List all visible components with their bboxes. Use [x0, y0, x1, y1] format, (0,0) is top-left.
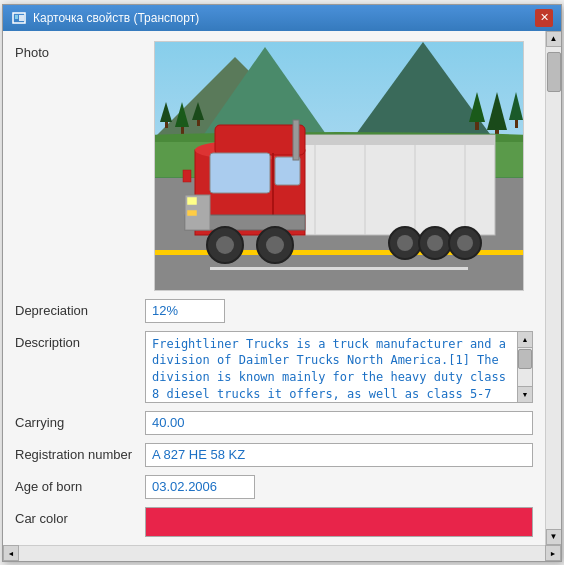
color-label: Car color [15, 507, 145, 526]
scroll-up-arrow[interactable]: ▲ [546, 31, 562, 47]
carrying-value-container [145, 411, 533, 435]
carrying-row: Carrying [15, 411, 533, 435]
svg-rect-19 [275, 157, 300, 185]
age-label: Age of born [15, 475, 145, 494]
description-row: Description ▲ ▼ [15, 331, 533, 403]
registration-input[interactable] [145, 443, 533, 467]
description-label: Description [15, 331, 145, 350]
title-bar: Карточка свойств (Транспорт) ✕ [3, 5, 561, 31]
description-scrollbar: ▲ ▼ [517, 331, 533, 403]
svg-point-12 [427, 235, 443, 251]
scroll-thumb[interactable] [547, 52, 561, 92]
color-value-container [145, 507, 533, 537]
bottom-scrollbar: ◄ ► [3, 545, 561, 561]
main-content: Photo [3, 31, 545, 545]
age-value-container [145, 475, 533, 499]
textarea-scroll-up[interactable]: ▲ [518, 332, 532, 348]
photo-container [145, 41, 533, 291]
svg-rect-18 [210, 153, 270, 193]
title-bar-left: Карточка свойств (Транспорт) [11, 10, 199, 26]
svg-point-29 [266, 236, 284, 254]
close-button[interactable]: ✕ [535, 9, 553, 27]
color-row: Car color [15, 507, 533, 537]
truck-image [154, 41, 524, 291]
svg-rect-30 [183, 170, 191, 182]
scroll-track [546, 47, 561, 529]
bottom-scroll-track [19, 546, 545, 561]
color-picker[interactable] [145, 507, 533, 537]
description-textarea[interactable] [145, 331, 517, 403]
carrying-label: Carrying [15, 411, 145, 430]
svg-rect-1 [15, 15, 18, 19]
depreciation-input[interactable] [145, 299, 225, 323]
scroll-down-arrow[interactable]: ▼ [546, 529, 562, 545]
age-row: Age of born [15, 475, 533, 499]
description-textarea-wrapper: ▲ ▼ [145, 331, 533, 403]
properties-window: Карточка свойств (Транспорт) ✕ Photo [2, 4, 562, 562]
textarea-scroll-down[interactable]: ▼ [518, 386, 532, 402]
right-scrollbar: ▲ ▼ [545, 31, 561, 545]
svg-rect-2 [19, 15, 24, 21]
truck-svg [165, 115, 505, 265]
svg-point-10 [397, 235, 413, 251]
svg-point-14 [457, 235, 473, 251]
content-area: Photo [3, 31, 561, 545]
scroll-left-arrow[interactable]: ◄ [3, 545, 19, 561]
photo-row: Photo [15, 41, 533, 291]
svg-rect-24 [187, 210, 197, 216]
window-icon [11, 10, 27, 26]
svg-point-27 [216, 236, 234, 254]
photo-label: Photo [15, 41, 145, 60]
registration-row: Registration number [15, 443, 533, 467]
svg-rect-25 [293, 120, 299, 160]
age-input[interactable] [145, 475, 255, 499]
textarea-scroll-track [518, 348, 532, 386]
registration-label: Registration number [15, 443, 145, 462]
svg-rect-17 [215, 125, 305, 155]
depreciation-label: Depreciation [15, 299, 145, 318]
window-title: Карточка свойств (Транспорт) [33, 11, 199, 25]
registration-value-container [145, 443, 533, 467]
svg-rect-23 [187, 197, 197, 205]
carrying-input[interactable] [145, 411, 533, 435]
scroll-right-arrow[interactable]: ► [545, 545, 561, 561]
depreciation-row: Depreciation [15, 299, 533, 323]
depreciation-value-container [145, 299, 533, 323]
